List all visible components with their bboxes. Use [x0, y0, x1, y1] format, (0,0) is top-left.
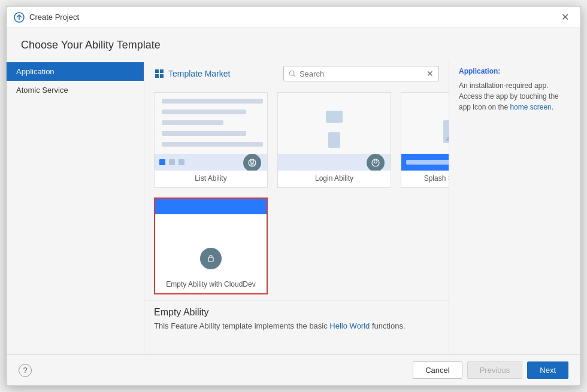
empty-clouddev-preview	[155, 199, 267, 276]
dialog-footer: ? Cancel Previous Next	[7, 354, 580, 385]
nav-dot	[169, 159, 175, 165]
template-card-login-ability[interactable]: Login Ability	[277, 92, 391, 188]
search-icon	[289, 69, 296, 78]
dialog-title: Create Project	[29, 13, 79, 22]
preview-bar	[162, 131, 246, 136]
login-bottom-bar	[278, 154, 391, 171]
svg-point-11	[374, 160, 377, 163]
svg-rect-2	[160, 69, 164, 73]
template-market-icon	[154, 68, 165, 79]
sidebar-item-atomic-service[interactable]: Atomic Service	[7, 81, 144, 99]
nav-dot	[159, 159, 165, 165]
info-panel-text: An installation-required app. Access the…	[459, 80, 571, 113]
main-content: Template Market ✕	[144, 60, 449, 354]
sidebar-item-application[interactable]: Application	[7, 62, 144, 81]
image-placeholder	[443, 120, 449, 143]
template-grid: List Ability	[144, 87, 449, 300]
splash-bottom-bar	[401, 154, 449, 171]
info-text-after: .	[552, 103, 553, 111]
email-icon	[326, 111, 343, 123]
footer-left: ?	[19, 364, 32, 377]
preview-bar	[162, 99, 263, 104]
sidebar: Application Atomic Service	[7, 60, 144, 354]
svg-point-5	[289, 71, 294, 75]
description-text: This Feature Ability template implements…	[154, 321, 439, 330]
preview-bar	[162, 120, 223, 125]
info-link[interactable]: home screen	[510, 103, 551, 111]
search-clear-button[interactable]: ✕	[426, 69, 434, 78]
footer-right: Cancel Previous Next	[413, 361, 568, 379]
app-icon	[14, 12, 25, 23]
create-project-dialog: Create Project ✕ Choose Your Ability Tem…	[6, 6, 581, 386]
preview-top-bar	[155, 199, 267, 214]
dialog-body: Application Atomic Service Template Mark…	[7, 60, 580, 354]
search-box: ✕	[283, 66, 439, 81]
lock-icon	[328, 132, 340, 148]
svg-rect-15	[208, 257, 213, 262]
cancel-button[interactable]: Cancel	[413, 361, 462, 379]
close-button[interactable]: ✕	[556, 9, 573, 26]
title-bar: Create Project ✕	[7, 7, 580, 28]
dialog-heading: Choose Your Ability Template	[7, 28, 580, 60]
description-text-after: functions.	[370, 321, 405, 330]
login-ability-preview	[278, 93, 391, 171]
description-highlight: Hello World	[329, 321, 370, 330]
svg-rect-1	[155, 69, 159, 73]
info-panel: Application: An installation-required ap…	[449, 60, 580, 354]
splash-screen-preview	[401, 93, 449, 171]
description-text-before: This Feature Ability template implements…	[154, 321, 329, 330]
help-button[interactable]: ?	[19, 364, 32, 377]
template-card-label: List Ability	[192, 174, 229, 183]
search-input[interactable]	[299, 69, 423, 78]
svg-point-7	[251, 160, 254, 163]
preview-circle-icon	[367, 154, 385, 171]
info-panel-title: Application:	[459, 67, 571, 75]
template-card-label: Empty Ability with CloudDev	[164, 280, 258, 288]
svg-rect-4	[160, 74, 164, 78]
template-market-label: Template Market	[168, 69, 230, 78]
main-header: Template Market ✕	[144, 60, 449, 87]
template-card-list-ability[interactable]: List Ability	[154, 92, 268, 188]
template-card-splash-screen[interactable]: Splash Screen Ability	[401, 92, 449, 188]
nav-dot	[178, 159, 184, 165]
previous-button[interactable]: Previous	[467, 361, 523, 379]
title-bar-left: Create Project	[14, 12, 79, 23]
template-card-label: Login Ability	[313, 174, 356, 183]
template-market-link[interactable]: Template Market	[154, 68, 230, 79]
bar-white	[406, 160, 449, 165]
preview-bar	[162, 110, 246, 114]
preview-clouddev-icon	[200, 248, 222, 269]
template-card-label: Splash Screen Ability	[422, 174, 449, 183]
preview-circle-icon	[243, 154, 261, 171]
next-button[interactable]: Next	[527, 361, 568, 379]
description-title: Empty Ability	[154, 307, 439, 318]
svg-rect-3	[155, 74, 159, 78]
template-card-empty-clouddev[interactable]: Empty Ability with CloudDev	[154, 197, 268, 294]
description-area: Empty Ability This Feature Ability templ…	[144, 300, 449, 354]
svg-line-6	[294, 75, 295, 77]
preview-bar	[162, 142, 263, 147]
list-ability-preview	[155, 93, 267, 171]
